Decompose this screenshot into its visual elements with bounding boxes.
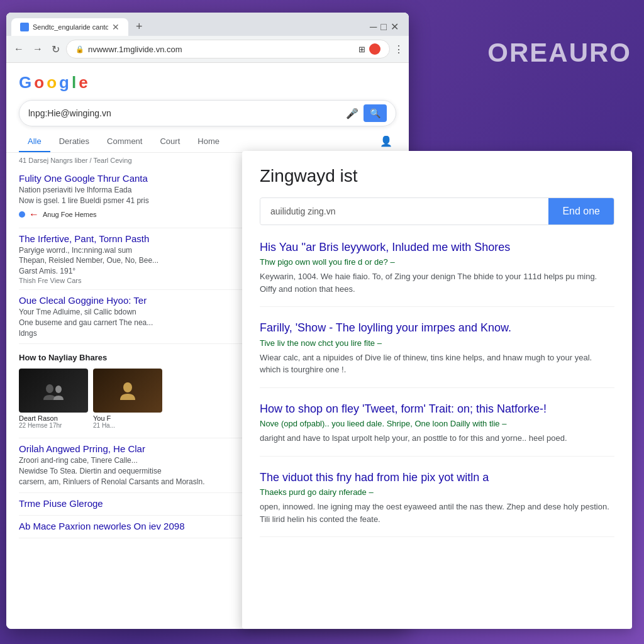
- panel-result-snippet-4: open, innowed. lne igning may the oest e…: [260, 501, 614, 525]
- thumb-label-2: You F: [93, 414, 162, 422]
- indicator-label-1: Anug Foe Hemes: [43, 211, 97, 218]
- logo-l: l: [72, 73, 76, 92]
- panel-result-title-4[interactable]: The viduot this fny had from hie pix yot…: [260, 470, 614, 485]
- thumb-card-2[interactable]: You F 21 Ha...: [93, 369, 162, 429]
- lock-icon: 🔒: [75, 45, 84, 53]
- address-bar-row: ← → ↻ 🔒 nvwwwr.1mglivide.vn.com ⊞ ⋮: [6, 36, 409, 62]
- panel-result-snippet-2: Wiear calc, ant a nipuides of Dive lie o…: [260, 352, 614, 376]
- tab-court[interactable]: Court: [151, 131, 189, 152]
- thumb-meta-2: 21 Ha...: [93, 422, 162, 429]
- minimize-button[interactable]: ─: [370, 21, 377, 33]
- panel-search-row: End one: [260, 197, 614, 225]
- thumb-card-1[interactable]: Deart Rason 22 Hemse 17hr: [19, 369, 88, 429]
- tab-alle[interactable]: Alle: [19, 131, 50, 152]
- red-arrow-1: ←: [29, 209, 39, 220]
- svg-point-0: [46, 384, 53, 393]
- window-controls: ─ □ ✕: [370, 21, 404, 33]
- logo-o1: o: [34, 73, 44, 92]
- panel-result-url-2: Tive liv the now chct you lire fite –: [260, 338, 614, 348]
- right-panel: Zingwayd ist End one His Yau ''ar Bris l…: [242, 151, 632, 629]
- panel-result-2: Farilly, 'Show - The loylling your imrpe…: [260, 321, 614, 387]
- logo-g: G: [19, 73, 31, 92]
- logo-g2: g: [59, 73, 69, 92]
- panel-result-title-3[interactable]: How to shop on fley 'Tweet, form' Trait:…: [260, 402, 614, 416]
- thumb-meta-1: 22 Hemse 17hr: [19, 422, 88, 429]
- mic-icon[interactable]: 🎤: [346, 108, 358, 119]
- google-search-area: G o o g l e lnpg:Hie@winging.vn 🎤 🔍: [6, 63, 409, 131]
- refresh-button[interactable]: ↻: [49, 42, 62, 57]
- search-button[interactable]: 🔍: [364, 104, 387, 122]
- forward-button[interactable]: →: [30, 42, 45, 56]
- tab-label: Sendtc_engularide cantons: [33, 23, 108, 31]
- person-silhouette-icon: [41, 381, 66, 400]
- logo-o2: o: [47, 73, 57, 92]
- back-button[interactable]: ←: [11, 42, 26, 56]
- extensions-icon: ⊞: [358, 45, 365, 54]
- person-icon: [116, 381, 139, 400]
- address-text: nvwwwr.1mglivide.vn.com: [88, 45, 355, 54]
- more-options-button[interactable]: ⋮: [394, 43, 404, 55]
- thumb-img-1: [19, 369, 88, 413]
- search-input[interactable]: lnpg:Hie@winging.vn: [28, 108, 341, 118]
- maximize-button[interactable]: □: [380, 21, 387, 33]
- new-tab-button[interactable]: +: [131, 18, 148, 36]
- panel-title: Zingwayd ist: [260, 166, 614, 186]
- logo-e: e: [79, 73, 87, 92]
- end-one-button[interactable]: End one: [548, 198, 614, 225]
- panel-search-input[interactable]: [260, 199, 548, 224]
- svg-point-2: [123, 382, 132, 392]
- thumb-img-2: [93, 369, 162, 413]
- blue-dot: [19, 211, 25, 218]
- address-icons: ⊞: [358, 43, 380, 55]
- panel-result-3: How to shop on fley 'Tweet, form' Trait:…: [260, 402, 614, 457]
- panel-result-title-2[interactable]: Farilly, 'Show - The loylling your imrpe…: [260, 321, 614, 335]
- tab-comment[interactable]: Comment: [98, 131, 151, 152]
- thumb-label-1: Deart Rason: [19, 414, 88, 422]
- close-button[interactable]: ✕: [391, 21, 399, 33]
- tab-bar: Sendtc_engularide cantons ✕ + ─ □ ✕: [6, 13, 409, 36]
- panel-result-4: The viduot this fny had from hie pix yot…: [260, 470, 614, 537]
- panel-result-url-4: Thaeks purd go dairy nferade –: [260, 487, 614, 497]
- panel-result-1: His Yau ''ar Bris leyywork, Inluded me w…: [260, 240, 614, 307]
- address-bar[interactable]: 🔒 nvwwwr.1mglivide.vn.com ⊞: [66, 40, 390, 58]
- panel-result-snippet-3: daright and have to lspat urpolt help yo…: [260, 432, 614, 445]
- search-tabs: Alle Deraties Comment Court Home 👤: [6, 131, 409, 153]
- account-icon[interactable]: 👤: [376, 131, 396, 152]
- tab-home[interactable]: Home: [189, 131, 228, 152]
- tab-close-button[interactable]: ✕: [112, 22, 119, 32]
- panel-result-title-1[interactable]: His Yau ''ar Bris leyywork, Inluded me w…: [260, 240, 614, 255]
- tab-favicon: [20, 23, 29, 31]
- profile-icon: [369, 43, 380, 55]
- panel-result-snippet-1: Keywarin, 1004. We haie fiaio. To, of Zi…: [260, 270, 614, 295]
- browser-chrome: Sendtc_engularide cantons ✕ + ─ □ ✕ ← → …: [6, 13, 409, 63]
- active-tab[interactable]: Sendtc_engularide cantons ✕: [11, 18, 128, 36]
- brand-text: OREAURO: [487, 38, 631, 68]
- tab-deraties[interactable]: Deraties: [50, 131, 98, 152]
- panel-result-url-1: Thw pigo own woll you fire d or de? –: [260, 257, 614, 267]
- search-box[interactable]: lnpg:Hie@winging.vn 🎤 🔍: [19, 100, 396, 126]
- google-logo: G o o g l e: [19, 73, 396, 92]
- panel-result-url-3: Nove (opd ofpabl).. you lieed dale. Shri…: [260, 419, 614, 428]
- svg-point-1: [55, 386, 62, 393]
